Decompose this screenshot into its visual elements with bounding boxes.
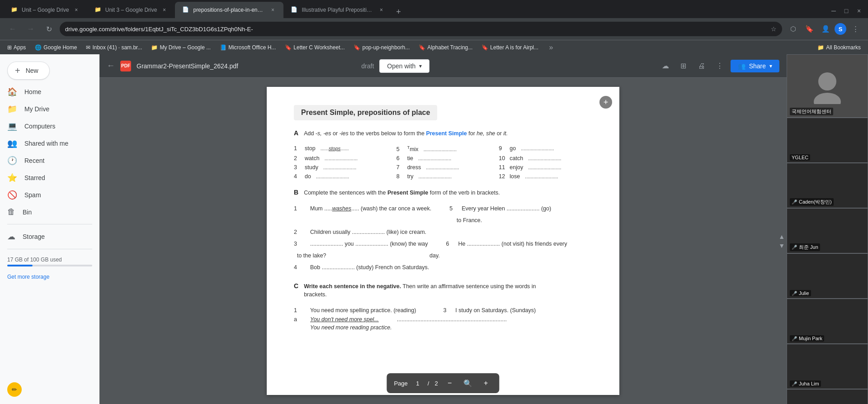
maximize-button[interactable]: □ <box>841 5 852 16</box>
url-icons: ☆ <box>771 25 777 33</box>
zoom-in-button[interactable]: + <box>480 377 492 390</box>
bookmark-ms-office[interactable]: 📘 Microsoft Office H... <box>216 43 279 52</box>
bookmark-star-icon[interactable]: ☆ <box>771 25 777 33</box>
word-item-4: 4 do ........................ <box>294 173 387 180</box>
sidebar-item-computers[interactable]: 💻 Computers <box>0 118 96 135</box>
print-preview-icon[interactable]: ⊞ <box>676 59 691 73</box>
my-drive-icon: 📁 <box>151 44 158 51</box>
tab-3-close[interactable]: × <box>269 6 276 14</box>
tab-1-favicon: 📁 <box>11 6 18 14</box>
pdf-page: Present Simple, prepositions of place A … <box>267 87 619 395</box>
forward-button[interactable]: → <box>24 22 38 36</box>
scroll-down-arrow[interactable]: ▼ <box>778 242 785 249</box>
participant-name-2: YGLEC <box>792 155 808 160</box>
zoom-out-button[interactable]: − <box>443 377 456 390</box>
drawing-tool[interactable]: ✏ <box>7 382 22 397</box>
open-with-button[interactable]: Open with ▾ <box>379 59 429 73</box>
word-item-8: 8 try ........................ <box>396 173 490 180</box>
mute-icon-3: 🎤 <box>792 200 797 204</box>
starred-icon: ⭐ <box>7 173 17 183</box>
sidebar-item-spam[interactable]: 🚫 Spam <box>0 186 96 204</box>
browser-window: 📁 Unit – Google Drive × 📁 Unit 3 – Googl… <box>0 0 868 404</box>
sidebar-item-bin[interactable]: 🗑 Bin <box>0 204 96 220</box>
bookmark-apps[interactable]: ⊞ Apps <box>4 43 29 52</box>
close-button[interactable]: × <box>854 5 864 16</box>
bookmark-inbox[interactable]: ✉ Inbox (41) · sam.br... <box>82 43 146 52</box>
starred-label: Starred <box>24 174 45 181</box>
pdf-zoom-in-button[interactable]: + <box>599 96 612 109</box>
ms-office-icon: 📘 <box>220 44 226 51</box>
sidebar-item-recent[interactable]: 🕐 Recent <box>0 152 96 169</box>
bookmark-google-home[interactable]: 🌐 Google Home <box>31 43 80 52</box>
page-number-input[interactable] <box>413 380 422 387</box>
get-more-storage-link[interactable]: Get more storage <box>0 274 99 280</box>
share-people-icon: 👥 <box>738 62 745 70</box>
section-b-pairs: 1 Mum .....washes..... (wash) the car on… <box>294 205 592 273</box>
participant-label-1: 국제언어체험센터 <box>790 108 833 115</box>
more-options-icon[interactable]: ⋮ <box>848 22 863 36</box>
pdf-draft-label: draft <box>361 62 374 70</box>
section-a: A Add -s, -es or -ies to the verbs below… <box>294 129 592 180</box>
tab-1-close[interactable]: × <box>73 6 80 14</box>
bookmark-my-drive[interactable]: 📁 My Drive – Google ... <box>147 43 214 52</box>
sidebar-item-storage[interactable]: ☁ Storage <box>0 228 96 245</box>
participant-name-7: Juha Lim <box>799 381 819 386</box>
open-with-arrow-icon: ▾ <box>419 63 422 69</box>
minimize-button[interactable]: ─ <box>828 5 839 16</box>
url-bar[interactable]: drive.google.com/drive/folders/1EqbtJ_si… <box>60 22 782 36</box>
storage-text: 17 GB of 100 GB used <box>7 257 62 263</box>
back-button[interactable]: ← <box>5 22 20 36</box>
bookmarks-more-icon[interactable]: » <box>544 40 558 55</box>
share-button[interactable]: 👥 Share ▾ <box>731 60 779 72</box>
bookmark-letter-c[interactable]: 🔖 Letter C Worksheet... <box>281 43 348 52</box>
address-bar: ← → ↻ drive.google.com/drive/folders/1Eq… <box>0 18 868 40</box>
all-bookmarks-folder[interactable]: 📁 All Bookmarks <box>814 43 864 52</box>
chrome-sync-icon[interactable]: 👤 <box>818 22 833 36</box>
storage-label: Storage <box>23 233 45 240</box>
spam-icon: 🚫 <box>7 190 17 200</box>
more-options-pdf-icon[interactable]: ⋮ <box>712 59 727 73</box>
tab-3[interactable]: 📄 prepositions-of-place-in-engl... × <box>175 2 283 18</box>
pdf-back-button[interactable]: ← <box>107 61 115 71</box>
new-tab-button[interactable]: + <box>392 5 405 18</box>
sidebar-item-starred[interactable]: ⭐ Starred <box>0 169 96 186</box>
page-controls: Page / 2 − 🔍 + <box>387 373 499 393</box>
home-icon: 🏠 <box>7 87 17 97</box>
participant-video-5: 🎤 Julie <box>787 253 868 299</box>
pdf-title: Grammar2-PresentSimple_2624.pdf <box>137 62 354 70</box>
section-b-label: B <box>294 189 298 196</box>
scroll-up-arrow[interactable]: ▲ <box>778 233 785 240</box>
add-to-drive-icon[interactable]: ☁ <box>658 59 673 73</box>
tab-4[interactable]: 📄 Illustrative Playful Preposition... × <box>283 2 392 18</box>
page-separator: / <box>428 380 429 387</box>
tab-1[interactable]: 📁 Unit – Google Drive × <box>4 2 87 18</box>
sidebar-divider <box>7 224 92 224</box>
sidebar-item-home[interactable]: 🏠 Home <box>0 83 96 100</box>
pdf-viewer: ← PDF Grammar2-PresentSimple_2624.pdf dr… <box>99 54 787 404</box>
tab-2-close[interactable]: × <box>160 6 168 14</box>
bookmark-alphabet[interactable]: 🔖 Alphabet Tracing... <box>415 43 476 52</box>
print-icon[interactable]: 🖨 <box>694 59 709 73</box>
bookmark-popup-label: pop-up-neighborh... <box>362 44 410 51</box>
tab-2[interactable]: 📁 Unit 3 – Google Drive × <box>87 2 175 18</box>
word-item-2: 2 watch ........................ <box>294 155 387 162</box>
sidebar-item-shared[interactable]: 👥 Shared with me <box>0 135 96 152</box>
bookmark-letter-c-label: Letter C Worksheet... <box>293 44 344 51</box>
section-a-instruction: Add -s, -es or -ies to the verbs below t… <box>304 129 508 138</box>
extensions-icon[interactable]: ⬡ <box>786 22 800 36</box>
reload-button[interactable]: ↻ <box>42 22 56 36</box>
bookmark-popup[interactable]: 🔖 pop-up-neighborh... <box>350 43 413 52</box>
section-b: B Complete the sentences with the Presen… <box>294 189 592 273</box>
spam-label: Spam <box>24 191 41 199</box>
bookmark-letter-a[interactable]: 🔖 Letter A is for Airpl... <box>478 43 542 52</box>
popup-icon: 🔖 <box>354 44 360 51</box>
new-button[interactable]: + New <box>7 62 50 80</box>
participant-name-6: Mujin Park <box>799 336 822 341</box>
bookmark-this-icon[interactable]: 🔖 <box>802 22 816 36</box>
sidebar-item-my-drive[interactable]: 📁 My Drive <box>0 100 96 118</box>
tab-4-close[interactable]: × <box>377 6 385 14</box>
tab-4-favicon: 📄 <box>291 6 298 14</box>
pdf-toolbar-right: ☁ ⊞ 🖨 ⋮ 👥 Share ▾ <box>658 59 779 73</box>
bin-icon: 🗑 <box>7 207 15 217</box>
profile-avatar[interactable]: S <box>835 23 846 35</box>
